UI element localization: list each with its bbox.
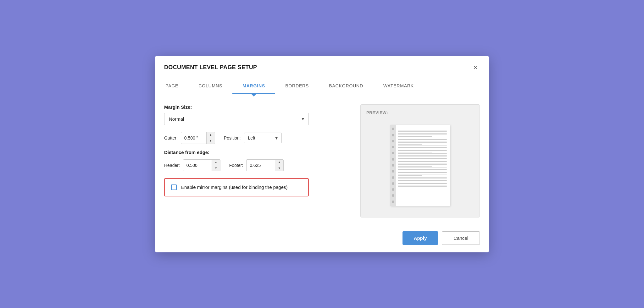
margin-size-select[interactable]: Normal Narrow Moderate Wide Custom [164, 113, 309, 125]
binding-dot [392, 128, 394, 130]
position-select-wrapper: Left Right Top ▼ [244, 133, 282, 143]
binding-dot [392, 140, 394, 142]
tab-page[interactable]: PAGE [155, 78, 188, 94]
content-area: Margin Size: Normal Narrow Moderate Wide… [155, 94, 489, 226]
header-input[interactable] [183, 160, 212, 170]
position-group: Position: Left Right Top ▼ [224, 133, 282, 143]
header-up-button[interactable]: ▲ [212, 160, 220, 165]
gutter-down-button[interactable]: ▼ [207, 138, 215, 144]
dialog: DOCUMENT LEVEL PAGE SETUP × PAGE COLUMNS… [155, 56, 489, 252]
tab-borders[interactable]: BORDERS [275, 78, 319, 94]
preview-line [398, 131, 447, 132]
preview-binding [390, 125, 396, 206]
mirror-margins-area: Enable mirror margins (used for binding … [164, 178, 309, 196]
tab-background[interactable]: BACKGROUND [319, 78, 373, 94]
preview-line [398, 138, 447, 138]
preview-line [398, 149, 447, 149]
gutter-spinner: ▲ ▼ [181, 132, 215, 144]
tab-columns[interactable]: COLUMNS [188, 78, 232, 94]
preview-line [398, 141, 447, 141]
mirror-margins-label[interactable]: Enable mirror margins (used for binding … [181, 184, 288, 190]
preview-page-container [366, 119, 474, 212]
gutter-input[interactable] [181, 133, 206, 143]
preview-line [398, 175, 422, 176]
header-down-button[interactable]: ▼ [212, 165, 220, 171]
preview-line [398, 161, 447, 162]
distance-group: Distance from edge: Header: ▲ ▼ [164, 150, 350, 171]
position-label: Position: [224, 135, 241, 140]
header-label: Header: [164, 163, 180, 168]
left-panel: Margin Size: Normal Narrow Moderate Wide… [164, 104, 350, 217]
preview-line [398, 153, 447, 154]
footer-label: Footer: [229, 163, 243, 168]
distance-label: Distance from edge: [164, 150, 350, 155]
position-select[interactable]: Left Right Top [244, 133, 282, 143]
dialog-footer: Apply Cancel [155, 226, 489, 252]
cancel-button[interactable]: Cancel [442, 231, 480, 245]
binding-dot [392, 134, 394, 136]
binding-dot [392, 176, 394, 179]
header-spinner: ▲ ▼ [183, 159, 220, 171]
preview-line [398, 183, 447, 184]
preview-line [398, 133, 447, 134]
preview-line [398, 169, 447, 170]
header-footer-row: Header: ▲ ▼ Footer: [164, 159, 350, 171]
margin-size-select-wrapper: Normal Narrow Moderate Wide Custom ▼ [164, 113, 309, 125]
gutter-up-button[interactable]: ▲ [207, 132, 215, 138]
binding-dot [392, 182, 394, 185]
footer-down-button[interactable]: ▼ [275, 165, 283, 171]
preview-line [398, 166, 432, 167]
mirror-margins-checkbox[interactable] [171, 184, 177, 190]
preview-line [398, 146, 447, 146]
preview-line [398, 179, 447, 179]
gutter-spinner-buttons: ▲ ▼ [206, 132, 215, 144]
preview-line [398, 172, 447, 173]
preview-line [398, 164, 447, 165]
preview-line [398, 139, 447, 140]
tabs-bar: PAGE COLUMNS MARGINS BORDERS BACKGROUND … [155, 78, 489, 94]
preview-line [398, 180, 447, 181]
tab-margins[interactable]: MARGINS [232, 78, 275, 94]
binding-dot [392, 194, 394, 197]
footer-group: Footer: ▲ ▼ [229, 159, 284, 171]
footer-up-button[interactable]: ▲ [275, 160, 283, 165]
preview-line [398, 136, 432, 137]
binding-dot [392, 152, 394, 154]
preview-line [398, 160, 422, 160]
binding-dot [392, 158, 394, 161]
preview-line [398, 152, 432, 152]
preview-content [398, 130, 447, 201]
preview-line [398, 135, 447, 135]
apply-button[interactable]: Apply [402, 231, 438, 245]
gutter-position-row: Gutter: ▲ ▼ Position: Left Righ [164, 132, 350, 144]
preview-line [398, 147, 447, 148]
preview-line [398, 144, 422, 145]
preview-line [398, 150, 447, 151]
tab-watermark[interactable]: WATERMARK [373, 78, 424, 94]
preview-label: PREVIEW: [366, 110, 474, 115]
footer-spinner-buttons: ▲ ▼ [275, 160, 283, 171]
preview-line [398, 155, 447, 156]
footer-spinner: ▲ ▼ [246, 159, 284, 171]
gutter-label: Gutter: [164, 135, 178, 140]
preview-line [398, 174, 447, 174]
footer-input[interactable] [247, 160, 275, 170]
close-button[interactable]: × [471, 63, 480, 72]
preview-line [398, 168, 447, 168]
preview-line [398, 186, 447, 187]
binding-dot [392, 201, 394, 203]
preview-line [398, 163, 447, 163]
binding-dot [392, 170, 394, 173]
margin-size-group: Margin Size: Normal Narrow Moderate Wide… [164, 104, 350, 125]
gutter-group: Gutter: ▲ ▼ [164, 132, 215, 144]
dialog-title: DOCUMENT LEVEL PAGE SETUP [164, 64, 257, 71]
right-panel: PREVIEW: [360, 104, 480, 217]
preview-line [398, 185, 447, 185]
preview-box: PREVIEW: [360, 104, 480, 217]
header-group: Header: ▲ ▼ [164, 159, 220, 171]
preview-line [398, 158, 447, 159]
header-spinner-buttons: ▲ ▼ [212, 160, 220, 171]
preview-line [398, 130, 447, 130]
binding-dot [392, 146, 394, 148]
dialog-header: DOCUMENT LEVEL PAGE SETUP × [155, 56, 489, 78]
